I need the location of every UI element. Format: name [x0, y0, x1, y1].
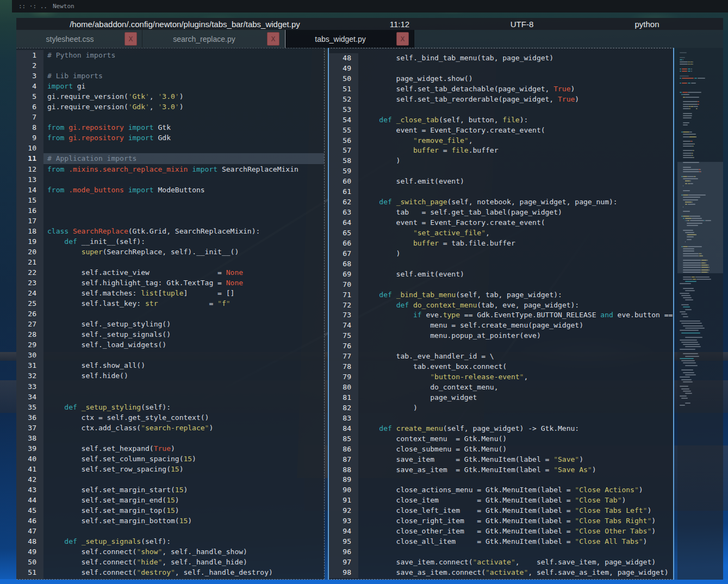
- code-line[interactable]: 42: [16, 474, 324, 485]
- code-line[interactable]: 49: [329, 64, 673, 74]
- code-line[interactable]: 29 self._load_widgets(): [16, 340, 324, 350]
- code-line[interactable]: 87 save_item = Gtk.MenuItem(label = "Sav…: [329, 455, 673, 465]
- code-line[interactable]: 54 def _close_tab(self, button, file):: [329, 115, 673, 125]
- code-line[interactable]: 90 close_actions_menu = Gtk.MenuItem(lab…: [329, 485, 673, 495]
- code-line[interactable]: 18class SearchReplace(Gtk.Grid, SearchRe…: [16, 226, 324, 236]
- code-line[interactable]: 52 self.set_tab_reorderable(page_widget,…: [329, 95, 673, 105]
- code-line[interactable]: 78 tab.event_box.connect(: [329, 362, 673, 372]
- code-line[interactable]: 68: [329, 259, 673, 269]
- code-line[interactable]: 63 tab = self.get_tab_label(page_widget): [329, 208, 673, 218]
- editor-pane-left[interactable]: 1# Python imports23# Lib imports4import …: [16, 48, 325, 580]
- code-line[interactable]: 96: [329, 547, 673, 557]
- code-line[interactable]: 21: [16, 257, 324, 267]
- code-line[interactable]: 40 self.set_column_spacing(15): [16, 454, 324, 464]
- code-line[interactable]: 51 self.set_tab_detachable(page_widget, …: [329, 84, 673, 95]
- code-line[interactable]: 46 self.set_margin_bottom(15): [16, 516, 324, 526]
- code-line[interactable]: 38: [16, 433, 324, 443]
- code-line[interactable]: 11# Application imports: [16, 153, 324, 164]
- code-line[interactable]: 74 menu = self.create_menu(page_widget): [329, 321, 673, 331]
- code-line[interactable]: 47: [16, 526, 324, 536]
- code-line[interactable]: 71 def _bind_tab_menu(self, tab, page_wi…: [329, 290, 673, 300]
- code-line[interactable]: 22 self.active_view = None: [16, 267, 324, 278]
- code-line[interactable]: 88 save_as_item = Gtk.MenuItem(label = "…: [329, 465, 673, 475]
- code-line[interactable]: 82 ): [329, 403, 673, 413]
- code-line[interactable]: 57 buffer = file.buffer: [329, 146, 673, 156]
- code-line[interactable]: 25 self.last_key: str = "f": [16, 298, 324, 309]
- code-line[interactable]: 23 self.highlight_tag: Gtk.TextTag = Non…: [16, 278, 324, 288]
- code-line[interactable]: 13: [16, 174, 324, 185]
- code-line[interactable]: 1# Python imports: [16, 50, 324, 60]
- code-line[interactable]: 7: [16, 112, 324, 122]
- code-line[interactable]: 50 self.connect("hide", self._handle_hid…: [16, 557, 324, 567]
- code-line[interactable]: 15: [16, 195, 324, 205]
- code-line[interactable]: 79 "button-release-event",: [329, 372, 673, 382]
- code-line[interactable]: 52: [16, 577, 324, 580]
- code-line[interactable]: 34: [16, 392, 324, 402]
- code-line[interactable]: 28 self._setup_signals(): [16, 329, 324, 340]
- code-line[interactable]: 6gi.require_version('Gdk', '3.0'): [16, 102, 324, 112]
- code-line[interactable]: 17: [16, 216, 324, 226]
- code-line[interactable]: 51 self.connect("destroy", self._handle_…: [16, 567, 324, 577]
- code-line[interactable]: 66 buffer = tab.file.buffer: [329, 238, 673, 249]
- code-line[interactable]: 80 do_context_menu,: [329, 382, 673, 393]
- code-line[interactable]: 86 close_submenu = Gtk.Menu(): [329, 444, 673, 455]
- code-line[interactable]: 39 self.set_hexpand(True): [16, 443, 324, 454]
- code-line[interactable]: 41 self.set_row_spacing(15): [16, 464, 324, 474]
- tab-close-button[interactable]: X: [396, 32, 409, 46]
- code-line[interactable]: 72 def do_context_menu(tab, eve, page_wi…: [329, 300, 673, 311]
- code-line[interactable]: 60 self.emit(event): [329, 177, 673, 187]
- code-line[interactable]: 59: [329, 166, 673, 177]
- tab-tabs_widget-py[interactable]: tabs_widget.pyX: [285, 30, 414, 48]
- code-line[interactable]: 70: [329, 280, 673, 290]
- code-line[interactable]: 19 def __init__(self):: [16, 236, 324, 247]
- code-line[interactable]: 84 def create_menu(self, page_widget) ->…: [329, 424, 673, 434]
- code-line[interactable]: 3# Lib imports: [16, 71, 324, 81]
- code-line[interactable]: 5gi.require_version('Gtk', '3.0'): [16, 91, 324, 102]
- code-line[interactable]: 49 self.connect("show", self._handle_sho…: [16, 547, 324, 557]
- code-line[interactable]: 62 def _switch_page(self, notebook, page…: [329, 197, 673, 208]
- code-line[interactable]: 9from gi.repository import Gdk: [16, 133, 324, 143]
- code-line[interactable]: 61: [329, 187, 673, 197]
- code-line[interactable]: 43 self.set_margin_start(15): [16, 485, 324, 495]
- code-line[interactable]: 83: [329, 413, 673, 424]
- code-line[interactable]: 67 ): [329, 249, 673, 259]
- code-line[interactable]: 10: [16, 143, 324, 153]
- code-line[interactable]: 45 self.set_margin_top(15): [16, 505, 324, 516]
- code-line[interactable]: 53: [329, 105, 673, 115]
- code-line[interactable]: 97 save_item.connect("activate", self.sa…: [329, 557, 673, 568]
- titlebar[interactable]: :: ·: .. Newton: [12, 0, 728, 12]
- minimap[interactable]: [677, 48, 723, 580]
- code-line[interactable]: 98 save_as_item.connect("activate", self…: [329, 568, 673, 578]
- code-line[interactable]: 14from .mode_buttons import ModeButtons: [16, 185, 324, 195]
- code-line[interactable]: 48 def _setup_signals(self):: [16, 536, 324, 547]
- code-line[interactable]: 31 self.show_all(): [16, 360, 324, 371]
- code-line[interactable]: 56 "remove_file",: [329, 136, 673, 146]
- tab-close-button[interactable]: X: [267, 32, 279, 46]
- code-line[interactable]: 93 close_right_item = Gtk.MenuItem(label…: [329, 516, 673, 526]
- code-line[interactable]: 30: [16, 350, 324, 360]
- code-line[interactable]: 65 "set_active_file",: [329, 228, 673, 238]
- code-line[interactable]: 50 page_widget.show(): [329, 74, 673, 84]
- code-line[interactable]: 2: [16, 60, 324, 71]
- code-line[interactable]: 95 close_all_item = Gtk.MenuItem(label =…: [329, 537, 673, 547]
- code-line[interactable]: 81 page_widget: [329, 393, 673, 403]
- code-line[interactable]: 77 tab._eve_handler_id = \: [329, 351, 673, 362]
- tab-close-button[interactable]: X: [125, 32, 137, 46]
- code-line[interactable]: 48 self._bind_tab_menu(tab, page_widget): [329, 53, 673, 64]
- code-line[interactable]: 27 self._setup_styling(): [16, 319, 324, 329]
- code-line[interactable]: 44 self.set_margin_end(15): [16, 495, 324, 505]
- code-line[interactable]: 75 menu.popup_at_pointer(eve): [329, 331, 673, 341]
- code-line[interactable]: 8from gi.repository import Gtk: [16, 122, 324, 133]
- code-line[interactable]: 26: [16, 309, 324, 319]
- minimap-viewport-handle[interactable]: [677, 162, 723, 273]
- code-line[interactable]: 94 close_other_item = Gtk.MenuItem(label…: [329, 526, 673, 537]
- code-line[interactable]: 36 ctx = self.get_style_context(): [16, 412, 324, 423]
- code-line[interactable]: 35 def _setup_styling(self):: [16, 402, 324, 412]
- tab-search_replace-py[interactable]: search_replace.pyX: [142, 30, 285, 48]
- code-line[interactable]: 69 self.emit(event): [329, 269, 673, 280]
- code-line[interactable]: 20 super(SearchReplace, self).__init__(): [16, 247, 324, 257]
- code-line[interactable]: 12from .mixins.search_replace_mixin impo…: [16, 164, 324, 174]
- editor-pane-right[interactable]: 48 self._bind_tab_menu(tab, page_widget)…: [328, 48, 674, 580]
- tab-stylesheet-css[interactable]: stylesheet.cssX: [16, 30, 142, 48]
- code-line[interactable]: 64 event = Event_Factory.create_event(: [329, 218, 673, 228]
